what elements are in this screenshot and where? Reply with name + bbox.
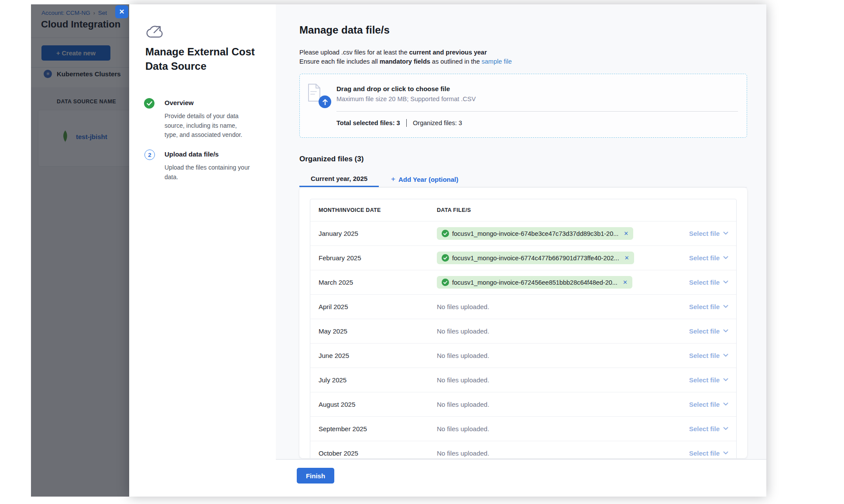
background-page: Account: CCM-NG›Set Cloud Integration + … xyxy=(31,4,129,497)
file-dropzone[interactable]: Drag and drop or click to choose file Ma… xyxy=(299,74,747,138)
no-files-text: No files uploaded. xyxy=(437,376,489,384)
month-file-table: MONTH/INVOICE DATE DATA FILE/S January 2… xyxy=(310,199,737,458)
step-overview-description: Provide details of your data source, inc… xyxy=(165,112,250,140)
select-file-label: Select file xyxy=(689,352,720,359)
tab-current-year[interactable]: Current year, 2025 xyxy=(299,171,379,187)
month-cell: August 2025 xyxy=(310,401,437,408)
select-file-label: Select file xyxy=(689,279,720,286)
no-files-text: No files uploaded. xyxy=(437,425,489,432)
table-row: June 2025 No files uploaded. Select file xyxy=(310,343,736,368)
file-success-check-icon xyxy=(442,279,449,286)
file-name: focusv1_mongo-invoice-6774c477b667901d77… xyxy=(452,255,619,262)
table-row: April 2025 No files uploaded. Select fil… xyxy=(310,294,736,319)
select-file-label: Select file xyxy=(689,401,720,408)
file-cell: No files uploaded. xyxy=(437,303,671,311)
no-files-text: No files uploaded. xyxy=(437,303,489,310)
select-file-button[interactable]: Select file xyxy=(689,327,728,335)
plus-icon: + xyxy=(391,175,395,184)
select-file-button[interactable]: Select file xyxy=(689,303,728,310)
remove-file-icon[interactable]: ✕ xyxy=(624,255,629,261)
select-file-button[interactable]: Select file xyxy=(689,401,728,408)
month-cell: February 2025 xyxy=(310,254,437,262)
chevron-down-icon xyxy=(723,329,728,333)
table-row: May 2025 No files uploaded. Select file xyxy=(310,319,736,343)
select-file-button[interactable]: Select file xyxy=(689,352,728,359)
manage-external-cost-drawer: Manage External Cost Data Source Overvie… xyxy=(129,4,766,497)
month-cell: April 2025 xyxy=(310,303,437,310)
chevron-down-icon xyxy=(723,305,728,308)
table-row: March 2025 focusv1_mongo-invoice-672456e… xyxy=(310,270,736,294)
modal-dim-overlay xyxy=(31,4,129,497)
select-file-button[interactable]: Select file xyxy=(689,450,728,457)
month-cell: March 2025 xyxy=(310,279,437,286)
file-name: focusv1_mongo-invoice-672456ee851bbb28c6… xyxy=(452,279,618,286)
table-row: February 2025 focusv1_mongo-invoice-6774… xyxy=(310,245,736,270)
remove-file-icon[interactable]: ✕ xyxy=(623,279,628,286)
select-file-label: Select file xyxy=(689,425,720,432)
column-header-month: MONTH/INVOICE DATE xyxy=(310,207,437,213)
table-row: August 2025 No files uploaded. Select fi… xyxy=(310,392,736,416)
chevron-down-icon xyxy=(723,280,728,284)
remove-file-icon[interactable]: ✕ xyxy=(624,230,628,237)
file-cell: focusv1_mongo-invoice-674be3ce47c73d37dd… xyxy=(437,227,671,240)
chevron-down-icon xyxy=(723,427,728,430)
file-cell: No files uploaded. xyxy=(437,327,671,335)
table-row: September 2025 No files uploaded. Select… xyxy=(310,416,736,441)
chevron-down-icon xyxy=(723,378,728,381)
month-table-body: January 2025 focusv1_mongo-invoice-674be… xyxy=(310,221,736,458)
file-success-check-icon xyxy=(442,254,449,262)
uploaded-file-chip: focusv1_mongo-invoice-6774c477b667901d77… xyxy=(437,252,634,264)
table-row: July 2025 No files uploaded. Select file xyxy=(310,368,736,392)
select-file-label: Select file xyxy=(689,230,720,237)
select-file-label: Select file xyxy=(689,450,720,457)
file-name: focusv1_mongo-invoice-674be3ce47c73d37dd… xyxy=(452,230,618,237)
screen: Account: CCM-NG›Set Cloud Integration + … xyxy=(0,0,844,504)
file-cell: No files uploaded. xyxy=(437,376,671,384)
file-cell: No files uploaded. xyxy=(437,401,671,409)
uploaded-file-chip: focusv1_mongo-invoice-672456ee851bbb28c6… xyxy=(437,276,632,289)
month-cell: September 2025 xyxy=(310,425,437,432)
add-year-button[interactable]: + Add Year (optional) xyxy=(391,171,458,187)
month-cell: January 2025 xyxy=(310,230,437,237)
select-file-label: Select file xyxy=(689,327,720,335)
file-cell: No files uploaded. xyxy=(437,352,671,360)
month-cell: June 2025 xyxy=(310,352,437,359)
counts-separator xyxy=(406,119,407,127)
organized-files-count: Organized files: 3 xyxy=(413,119,462,126)
table-row: October 2025 No files uploaded. Select f… xyxy=(310,441,736,458)
file-cell: focusv1_mongo-invoice-6774c477b667901d77… xyxy=(437,252,671,264)
table-header-row: MONTH/INVOICE DATE DATA FILE/S xyxy=(310,199,736,221)
select-file-button[interactable]: Select file xyxy=(689,254,728,262)
drawer-footer: Finish xyxy=(276,459,766,497)
no-files-text: No files uploaded. xyxy=(437,352,489,359)
close-icon[interactable]: ✕ xyxy=(115,5,128,18)
upload-arrow-icon xyxy=(319,95,331,108)
main-title: Manage data file/s xyxy=(299,24,747,36)
step-complete-check-icon xyxy=(144,98,154,109)
drawer-title: Manage External Cost Data Source xyxy=(145,44,260,73)
file-cell: No files uploaded. xyxy=(437,450,671,457)
select-file-button[interactable]: Select file xyxy=(689,425,728,432)
finish-button[interactable]: Finish xyxy=(297,468,334,484)
select-file-button[interactable]: Select file xyxy=(689,376,728,384)
step-overview-label[interactable]: Overview xyxy=(165,99,194,106)
select-file-button[interactable]: Select file xyxy=(689,230,728,237)
select-file-label: Select file xyxy=(689,303,720,310)
no-files-text: No files uploaded. xyxy=(437,327,489,335)
select-file-button[interactable]: Select file xyxy=(689,279,728,286)
column-header-datafile: DATA FILE/S xyxy=(437,207,671,213)
step-2-number-badge: 2 xyxy=(144,150,155,160)
no-files-text: No files uploaded. xyxy=(437,401,489,408)
select-file-label: Select file xyxy=(689,376,720,384)
step-upload-label[interactable]: Upload data file/s xyxy=(165,150,219,158)
select-file-label: Select file xyxy=(689,254,720,262)
upload-file-icon xyxy=(307,83,334,109)
organized-files-card: MONTH/INVOICE DATE DATA FILE/S January 2… xyxy=(299,187,747,458)
sample-file-link[interactable]: sample file xyxy=(482,58,512,65)
uploaded-file-chip: focusv1_mongo-invoice-674be3ce47c73d37dd… xyxy=(437,227,633,240)
dropzone-title: Drag and drop or click to choose file xyxy=(336,85,450,92)
chevron-down-icon xyxy=(723,451,728,455)
step-upload-description: Upload the files containing your data. xyxy=(165,163,256,182)
chevron-down-icon xyxy=(723,354,728,357)
month-cell: July 2025 xyxy=(310,376,437,384)
